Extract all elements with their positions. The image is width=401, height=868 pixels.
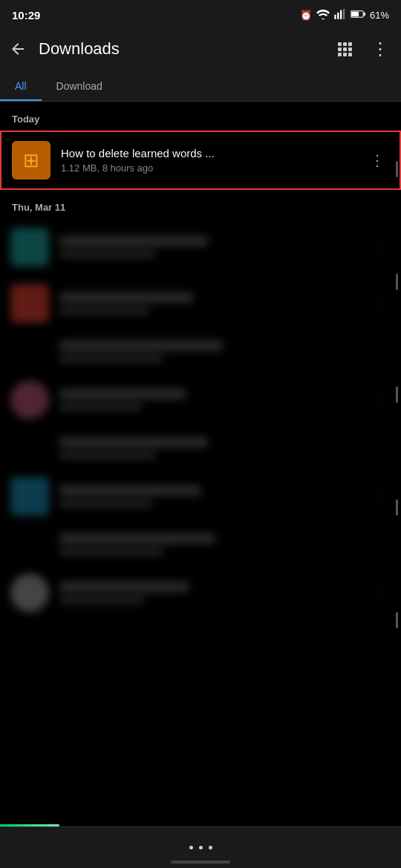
signal-icon (334, 9, 346, 22)
item-more-button[interactable]: ⋮ (365, 148, 389, 172)
svg-rect-5 (351, 11, 359, 16)
nav-dot-2 (199, 846, 203, 849)
app-bar-actions: ⋮ (333, 37, 392, 61)
item-thumbnail-9 (10, 573, 49, 612)
item-thumbnail: ⊞ (12, 141, 50, 180)
status-icons: ⏰ 61% (300, 9, 389, 22)
item-info: How to delete learned words ... 1.12 MB,… (61, 147, 365, 174)
download-item-8[interactable] (0, 525, 401, 565)
svg-rect-0 (334, 14, 336, 19)
item-info-7 (59, 485, 367, 507)
item-title: How to delete learned words ... (61, 147, 365, 160)
scroll-tick-2 (396, 274, 398, 290)
alarm-icon: ⏰ (300, 10, 312, 21)
tab-all[interactable]: All (0, 71, 42, 101)
item-more-9[interactable]: ⋮ (367, 581, 391, 605)
nav-pill (171, 861, 230, 864)
item-more-5[interactable]: ⋮ (367, 388, 391, 412)
content-area: Today ⊞ How to delete learned words ... … (0, 102, 401, 665)
item-info-2 (59, 236, 367, 258)
download-item-5[interactable]: ⋮ (0, 372, 401, 428)
download-item-6[interactable] (0, 428, 401, 468)
nav-dot-1 (189, 846, 193, 849)
download-item-9[interactable]: ⋮ (0, 565, 401, 621)
item-more-2[interactable]: ⋮ (367, 235, 391, 259)
download-item-2[interactable]: ⋮ (0, 219, 401, 275)
item-more-3[interactable]: ⋮ (367, 292, 391, 315)
section-header-thu: Thu, Mar 11 (0, 190, 401, 219)
scroll-tick-4 (396, 499, 398, 516)
item-info-9 (59, 582, 367, 604)
wifi-icon (316, 9, 330, 22)
nav-dot-3 (209, 846, 212, 849)
scroll-tick-1 (396, 161, 398, 177)
scroll-tick-3 (396, 387, 398, 403)
item-info-6 (59, 437, 208, 459)
svg-rect-1 (337, 12, 339, 19)
download-item-highlighted[interactable]: ⊞ How to delete learned words ... 1.12 M… (0, 131, 401, 190)
item-meta: 1.12 MB, 8 hours ago (61, 162, 365, 174)
status-time: 10:29 (12, 9, 40, 22)
download-item-3[interactable]: ⋮ (0, 275, 401, 332)
section-header-today: Today (0, 102, 401, 131)
item-info-5 (59, 389, 367, 411)
item-thumbnail-7 (10, 477, 49, 516)
bottom-nav (0, 826, 401, 868)
tab-download[interactable]: Download (42, 71, 117, 101)
page-title: Downloads (39, 39, 333, 59)
more-options-button[interactable]: ⋮ (368, 37, 392, 61)
app-bar: Downloads ⋮ (0, 27, 401, 71)
scroll-tick-5 (396, 612, 398, 628)
status-bar: 10:29 ⏰ 61% (0, 0, 401, 27)
svg-rect-2 (340, 10, 342, 19)
tabs-bar: All Download (0, 71, 401, 102)
item-thumbnail-2 (10, 228, 49, 266)
battery-percent: 61% (370, 10, 389, 21)
item-more-7[interactable]: ⋮ (367, 484, 391, 508)
item-thumbnail-5 (10, 381, 49, 419)
svg-rect-6 (364, 12, 365, 15)
item-thumbnail-3 (10, 284, 49, 323)
item-info-8 (59, 533, 215, 556)
battery-icon (351, 10, 365, 21)
item-info-4 (59, 341, 223, 363)
svg-rect-3 (343, 9, 345, 19)
download-item-7[interactable]: ⋮ (0, 468, 401, 525)
item-info-3 (59, 292, 367, 315)
grid-view-button[interactable] (333, 37, 356, 61)
download-item-4[interactable] (0, 332, 401, 372)
back-button[interactable] (9, 40, 27, 58)
